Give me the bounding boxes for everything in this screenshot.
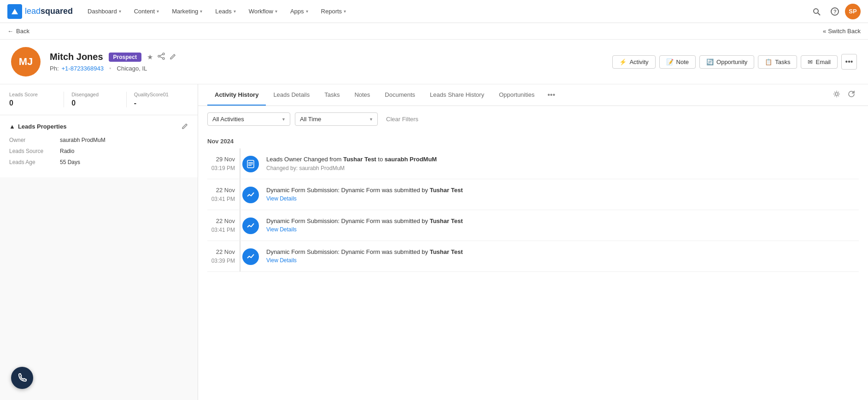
tab-activity-history[interactable]: Activity History [207,85,266,106]
apps-caret: ▾ [306,9,308,14]
star-icon[interactable]: ★ [147,53,153,61]
activity-icon-4 [242,248,259,265]
help-icon-btn[interactable]: ? [827,3,843,20]
svg-point-7 [158,55,160,57]
property-owner: Owner saurabh ProdMuM [9,137,188,143]
activity-content-1: Leads Owner Changed from Tushar Test to … [266,155,859,171]
back-button[interactable]: ← Back [7,28,29,35]
profile-name: Mitch Jones [50,52,103,62]
opportunity-button[interactable]: 🔄 Opportunity [699,55,754,69]
disengaged-label: Disengaged [71,92,118,97]
nav-reports[interactable]: Reports ▾ [316,0,352,23]
tab-actions [829,88,859,101]
logo-icon [7,4,22,19]
svg-text:?: ? [833,9,837,14]
activity-feed: Nov 2024 29 Nov 03:19 PM [198,132,868,281]
profile-avatar: MJ [11,47,41,76]
edit-icon[interactable] [170,53,176,61]
switch-back-button[interactable]: « Switch Back [823,28,861,35]
logo[interactable]: leadsquared [7,4,73,19]
activity-title-2: Dynamic Form Submission: Dynamic Form wa… [266,186,859,195]
action-buttons: ⚡ Activity 📝 Note 🔄 Opportunity 📋 Tasks … [612,54,857,70]
share-icon[interactable] [158,53,165,61]
refresh-icon[interactable] [846,88,857,101]
activity-filter[interactable]: All Activities Lead Owner Changed Form S… [207,112,290,126]
score-quality: QualityScore01 - [134,92,188,107]
collapse-icon[interactable]: ▲ [9,123,15,130]
nav-content[interactable]: Content ▾ [129,0,165,23]
property-age: Leads Age 55 Days [9,159,188,165]
main-layout: Leads Score 0 Disengaged 0 QualityScore0… [0,84,868,400]
activity-filter-wrap: All Activities Lead Owner Changed Form S… [207,112,290,126]
activity-title-1: Leads Owner Changed from Tushar Test to … [266,155,859,164]
user-avatar[interactable]: SP [845,4,861,19]
activity-subtitle-1: Changed by: saurabh ProdMuM [266,165,859,171]
logo-text: leadsquared [25,6,73,16]
property-source: Leads Source Radio [9,148,188,154]
back-bar: ← Back « Switch Back [0,23,868,40]
score-leads: Leads Score 0 [9,92,64,107]
note-btn-icon: 📝 [666,59,674,65]
svg-point-2 [814,9,818,13]
svg-point-11 [835,93,838,95]
nav-marketing[interactable]: Marketing ▾ [166,0,208,23]
nav-apps[interactable]: Apps ▾ [285,0,314,23]
activity-item: 22 Nov 03:39 PM Dynamic Form Submission:… [207,241,859,272]
activity-title-3: Dynamic Form Submission: Dynamic Form wa… [266,217,859,226]
separator: • [109,65,111,72]
activity-date-3: 22 Nov 03:41 PM [207,217,235,234]
tab-opportunities[interactable]: Opportunities [492,85,542,106]
nav-dashboard[interactable]: Dashboard ▾ [82,0,127,23]
activity-content-2: Dynamic Form Submission: Dynamic Form wa… [266,186,859,202]
activity-item: 29 Nov 03:19 PM Leads Owner Changed from… [207,148,859,179]
svg-rect-13 [248,162,253,163]
quality-value: - [134,99,181,107]
svg-point-8 [163,58,164,59]
tab-tasks[interactable]: Tasks [317,85,347,106]
note-button[interactable]: 📝 Note [659,55,696,69]
nav-leads[interactable]: Leads ▾ [210,0,241,23]
nav-workflow[interactable]: Workflow ▾ [243,0,283,23]
phone-fab[interactable] [11,367,33,389]
dashboard-caret: ▾ [119,9,121,14]
activity-button[interactable]: ⚡ Activity [612,55,655,69]
tasks-button[interactable]: 📋 Tasks [758,55,797,69]
view-details-link-4[interactable]: View Details [266,257,297,264]
owner-label: Owner [9,137,60,143]
view-details-link-3[interactable]: View Details [266,226,297,233]
properties-header: ▲ Leads Properties [9,123,188,130]
settings-icon[interactable] [831,88,842,101]
view-details-link-2[interactable]: View Details [266,195,297,202]
navbar: leadsquared Dashboard ▾ Content ▾ Market… [0,0,868,23]
age-value: 55 Days [60,159,80,165]
tab-leads-share-history[interactable]: Leads Share History [422,85,492,106]
activity-date-1: 29 Nov 03:19 PM [207,155,235,172]
tasks-btn-icon: 📋 [765,59,772,65]
back-arrow-icon: ← [7,28,13,35]
leads-caret: ▾ [234,9,236,14]
activity-date-4: 22 Nov 03:39 PM [207,247,235,265]
tab-leads-details[interactable]: Leads Details [266,85,317,106]
activity-item: 22 Nov 03:41 PM Dynamic Form Submission:… [207,179,859,210]
scores-row: Leads Score 0 Disengaged 0 QualityScore0… [0,84,198,115]
back-label: Back [16,28,29,35]
time-filter[interactable]: All Time Today This Week This Month [295,112,378,126]
clear-filters-button[interactable]: Clear Filters [382,114,422,124]
svg-line-3 [818,13,820,15]
email-button[interactable]: ✉ Email [801,55,838,69]
prospect-badge: Prospect [109,53,141,62]
profile-phone[interactable]: +1-8723368943 [62,65,104,72]
svg-line-9 [160,54,163,56]
search-icon-btn[interactable] [808,3,825,20]
score-disengaged: Disengaged 0 [71,92,126,107]
properties-edit-icon[interactable] [182,123,188,130]
tab-notes[interactable]: Notes [347,85,377,106]
activity-icon-1 [242,156,259,172]
more-actions-button[interactable]: ••• [841,54,857,70]
activity-content-3: Dynamic Form Submission: Dynamic Form wa… [266,217,859,233]
owner-value: saurabh ProdMuM [60,137,106,143]
tabs-more-button[interactable]: ••• [545,84,557,106]
activity-icon-3 [242,218,259,234]
source-value: Radio [60,148,74,154]
tab-documents[interactable]: Documents [377,85,422,106]
